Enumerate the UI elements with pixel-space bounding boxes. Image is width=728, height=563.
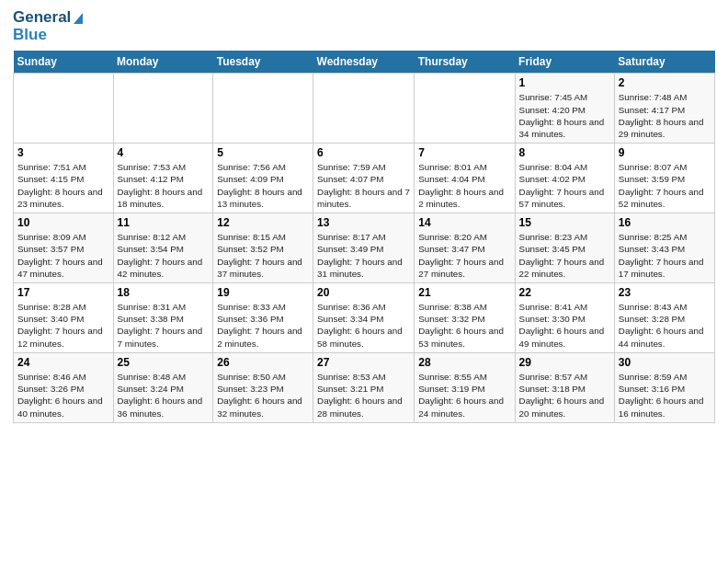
- day-info: Sunrise: 7:59 AM Sunset: 4:07 PM Dayligh…: [317, 161, 410, 210]
- header: General Blue: [13, 9, 715, 43]
- day-info: Sunrise: 8:28 AM Sunset: 3:40 PM Dayligh…: [17, 301, 109, 350]
- day-cell: 20Sunrise: 8:36 AM Sunset: 3:34 PM Dayli…: [313, 283, 415, 353]
- day-info: Sunrise: 8:33 AM Sunset: 3:36 PM Dayligh…: [217, 301, 309, 350]
- day-cell: 29Sunrise: 8:57 AM Sunset: 3:18 PM Dayli…: [515, 352, 614, 422]
- col-header-thursday: Thursday: [415, 51, 515, 74]
- day-number: 7: [418, 146, 510, 159]
- day-number: 8: [519, 146, 610, 159]
- day-info: Sunrise: 8:12 AM Sunset: 3:54 PM Dayligh…: [118, 231, 210, 280]
- day-info: Sunrise: 7:48 AM Sunset: 4:17 PM Dayligh…: [619, 91, 711, 140]
- day-number: 19: [217, 286, 309, 299]
- day-number: 5: [217, 146, 309, 159]
- day-cell: [213, 74, 313, 144]
- day-number: 9: [619, 146, 711, 159]
- day-number: 16: [619, 216, 711, 229]
- day-cell: 14Sunrise: 8:20 AM Sunset: 3:47 PM Dayli…: [415, 213, 515, 283]
- day-cell: [113, 74, 213, 144]
- day-cell: 12Sunrise: 8:15 AM Sunset: 3:52 PM Dayli…: [213, 213, 313, 283]
- day-cell: 3Sunrise: 7:51 AM Sunset: 4:15 PM Daylig…: [14, 144, 114, 213]
- day-cell: 17Sunrise: 8:28 AM Sunset: 3:40 PM Dayli…: [14, 283, 114, 353]
- day-cell: 6Sunrise: 7:59 AM Sunset: 4:07 PM Daylig…: [313, 144, 415, 213]
- col-header-tuesday: Tuesday: [213, 51, 313, 74]
- day-cell: 30Sunrise: 8:59 AM Sunset: 3:16 PM Dayli…: [614, 352, 714, 422]
- day-cell: 27Sunrise: 8:53 AM Sunset: 3:21 PM Dayli…: [313, 352, 415, 422]
- day-info: Sunrise: 7:45 AM Sunset: 4:20 PM Dayligh…: [519, 91, 610, 140]
- day-info: Sunrise: 8:38 AM Sunset: 3:32 PM Dayligh…: [418, 301, 510, 350]
- day-cell: 10Sunrise: 8:09 AM Sunset: 3:57 PM Dayli…: [14, 213, 114, 283]
- week-row-2: 10Sunrise: 8:09 AM Sunset: 3:57 PM Dayli…: [14, 213, 715, 283]
- day-number: 1: [519, 76, 610, 89]
- day-cell: 8Sunrise: 8:04 AM Sunset: 4:02 PM Daylig…: [515, 144, 614, 213]
- day-number: 27: [317, 356, 410, 369]
- day-number: 14: [418, 216, 510, 229]
- col-header-monday: Monday: [113, 51, 213, 74]
- logo-text-block: General Blue: [13, 9, 83, 43]
- day-number: 2: [619, 76, 711, 89]
- day-number: 11: [118, 216, 210, 229]
- week-row-0: 1Sunrise: 7:45 AM Sunset: 4:20 PM Daylig…: [14, 74, 715, 144]
- day-info: Sunrise: 8:04 AM Sunset: 4:02 PM Dayligh…: [519, 161, 610, 210]
- day-info: Sunrise: 8:46 AM Sunset: 3:26 PM Dayligh…: [17, 371, 109, 419]
- day-number: 29: [519, 356, 610, 369]
- logo-blue: Blue: [13, 27, 83, 44]
- day-cell: 16Sunrise: 8:25 AM Sunset: 3:43 PM Dayli…: [614, 213, 714, 283]
- day-cell: 7Sunrise: 8:01 AM Sunset: 4:04 PM Daylig…: [415, 144, 515, 213]
- day-cell: [313, 74, 415, 144]
- day-cell: 28Sunrise: 8:55 AM Sunset: 3:19 PM Dayli…: [415, 352, 515, 422]
- day-info: Sunrise: 8:20 AM Sunset: 3:47 PM Dayligh…: [418, 231, 510, 280]
- week-row-1: 3Sunrise: 7:51 AM Sunset: 4:15 PM Daylig…: [14, 144, 715, 213]
- day-cell: 15Sunrise: 8:23 AM Sunset: 3:45 PM Dayli…: [515, 213, 614, 283]
- header-row: SundayMondayTuesdayWednesdayThursdayFrid…: [14, 51, 715, 74]
- day-info: Sunrise: 8:48 AM Sunset: 3:24 PM Dayligh…: [118, 371, 210, 419]
- day-info: Sunrise: 7:56 AM Sunset: 4:09 PM Dayligh…: [217, 161, 309, 210]
- logo: General Blue: [13, 9, 83, 43]
- day-cell: 13Sunrise: 8:17 AM Sunset: 3:49 PM Dayli…: [313, 213, 415, 283]
- day-info: Sunrise: 8:43 AM Sunset: 3:28 PM Dayligh…: [619, 301, 711, 350]
- day-number: 6: [317, 146, 410, 159]
- day-cell: 11Sunrise: 8:12 AM Sunset: 3:54 PM Dayli…: [113, 213, 213, 283]
- day-cell: 23Sunrise: 8:43 AM Sunset: 3:28 PM Dayli…: [614, 283, 714, 353]
- day-info: Sunrise: 8:41 AM Sunset: 3:30 PM Dayligh…: [519, 301, 610, 350]
- day-number: 18: [118, 286, 210, 299]
- day-info: Sunrise: 8:57 AM Sunset: 3:18 PM Dayligh…: [519, 371, 610, 419]
- day-number: 26: [217, 356, 309, 369]
- week-row-3: 17Sunrise: 8:28 AM Sunset: 3:40 PM Dayli…: [14, 283, 715, 353]
- day-cell: 5Sunrise: 7:56 AM Sunset: 4:09 PM Daylig…: [213, 144, 313, 213]
- day-cell: 4Sunrise: 7:53 AM Sunset: 4:12 PM Daylig…: [113, 144, 213, 213]
- day-info: Sunrise: 8:50 AM Sunset: 3:23 PM Dayligh…: [217, 371, 309, 419]
- day-number: 4: [118, 146, 210, 159]
- day-cell: 22Sunrise: 8:41 AM Sunset: 3:30 PM Dayli…: [515, 283, 614, 353]
- day-cell: 9Sunrise: 8:07 AM Sunset: 3:59 PM Daylig…: [614, 144, 714, 213]
- day-cell: [14, 74, 114, 144]
- day-cell: 18Sunrise: 8:31 AM Sunset: 3:38 PM Dayli…: [113, 283, 213, 353]
- day-cell: [415, 74, 515, 144]
- day-info: Sunrise: 8:31 AM Sunset: 3:38 PM Dayligh…: [118, 301, 210, 350]
- day-info: Sunrise: 8:23 AM Sunset: 3:45 PM Dayligh…: [519, 231, 610, 280]
- day-number: 23: [619, 286, 711, 299]
- day-number: 24: [17, 356, 109, 369]
- day-number: 13: [317, 216, 410, 229]
- day-cell: 2Sunrise: 7:48 AM Sunset: 4:17 PM Daylig…: [614, 74, 714, 144]
- week-row-4: 24Sunrise: 8:46 AM Sunset: 3:26 PM Dayli…: [14, 352, 715, 422]
- col-header-saturday: Saturday: [614, 51, 714, 74]
- day-info: Sunrise: 8:36 AM Sunset: 3:34 PM Dayligh…: [317, 301, 410, 350]
- day-number: 15: [519, 216, 610, 229]
- day-number: 10: [17, 216, 109, 229]
- day-info: Sunrise: 8:59 AM Sunset: 3:16 PM Dayligh…: [619, 371, 711, 419]
- day-info: Sunrise: 8:09 AM Sunset: 3:57 PM Dayligh…: [17, 231, 109, 280]
- day-info: Sunrise: 8:53 AM Sunset: 3:21 PM Dayligh…: [317, 371, 410, 419]
- page: General Blue SundayMondayTuesdayWednesda…: [0, 0, 728, 563]
- calendar-table: SundayMondayTuesdayWednesdayThursdayFrid…: [13, 51, 715, 422]
- day-info: Sunrise: 7:53 AM Sunset: 4:12 PM Dayligh…: [118, 161, 210, 210]
- day-number: 21: [418, 286, 510, 299]
- day-cell: 24Sunrise: 8:46 AM Sunset: 3:26 PM Dayli…: [14, 352, 114, 422]
- day-cell: 25Sunrise: 8:48 AM Sunset: 3:24 PM Dayli…: [113, 352, 213, 422]
- day-info: Sunrise: 7:51 AM Sunset: 4:15 PM Dayligh…: [17, 161, 109, 210]
- day-info: Sunrise: 8:17 AM Sunset: 3:49 PM Dayligh…: [317, 231, 410, 280]
- day-info: Sunrise: 8:15 AM Sunset: 3:52 PM Dayligh…: [217, 231, 309, 280]
- day-cell: 1Sunrise: 7:45 AM Sunset: 4:20 PM Daylig…: [515, 74, 614, 144]
- day-info: Sunrise: 8:55 AM Sunset: 3:19 PM Dayligh…: [418, 371, 510, 419]
- day-number: 3: [17, 146, 109, 159]
- day-number: 17: [17, 286, 109, 299]
- col-header-sunday: Sunday: [14, 51, 114, 74]
